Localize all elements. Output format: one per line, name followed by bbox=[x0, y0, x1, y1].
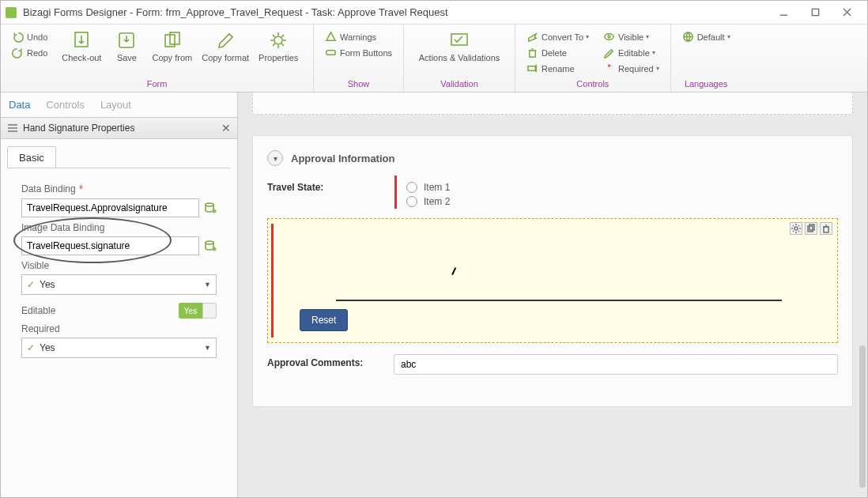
chevron-down-icon: ▼ bbox=[204, 344, 211, 352]
app-icon bbox=[6, 7, 17, 18]
chevron-down-icon: ▾ bbox=[656, 65, 659, 72]
editable-label: Editable bbox=[21, 305, 55, 316]
svg-rect-1 bbox=[812, 9, 818, 15]
maximize-button[interactable] bbox=[799, 2, 831, 24]
check-icon: ✓ bbox=[27, 279, 35, 290]
property-panel-title: Hand Signature Properties bbox=[23, 123, 134, 134]
signature-box[interactable]: Reset bbox=[267, 218, 838, 343]
window-title: Bizagi Forms Designer - Form: frm_Approv… bbox=[23, 6, 768, 18]
database-icon[interactable] bbox=[204, 240, 217, 252]
data-binding-label: Data Binding* bbox=[21, 183, 217, 195]
property-tabs: Data Controls Layout bbox=[1, 92, 237, 118]
data-binding-input[interactable] bbox=[21, 198, 199, 217]
svg-point-16 bbox=[206, 203, 213, 206]
default-lang-button[interactable]: Default▾ bbox=[679, 29, 734, 44]
visible-combo[interactable]: ✓Yes ▼ bbox=[21, 274, 217, 295]
editable-button[interactable]: Editable▾ bbox=[600, 45, 662, 60]
required-label: Required bbox=[21, 323, 217, 334]
visible-button[interactable]: Visible▾ bbox=[600, 29, 662, 44]
undo-button[interactable]: Undo bbox=[9, 29, 51, 44]
titlebar: Bizagi Forms Designer - Form: frm_Approv… bbox=[1, 1, 867, 25]
asterisk-icon: * bbox=[79, 183, 83, 195]
svg-point-19 bbox=[213, 247, 217, 251]
save-button[interactable]: Save bbox=[106, 28, 147, 64]
radio-icon bbox=[406, 182, 417, 193]
svg-point-17 bbox=[213, 209, 217, 213]
radio-icon bbox=[406, 196, 417, 207]
radio-item-1[interactable]: Item 1 bbox=[406, 182, 838, 193]
convert-button[interactable]: Convert To▾ bbox=[523, 29, 592, 44]
comments-input[interactable] bbox=[394, 354, 838, 375]
tab-controls[interactable]: Controls bbox=[38, 92, 92, 117]
svg-point-14 bbox=[608, 36, 610, 38]
check-icon: ✓ bbox=[27, 342, 35, 353]
copyformat-button[interactable]: Copy format bbox=[197, 28, 254, 64]
close-panel-button[interactable]: ✕ bbox=[221, 122, 231, 134]
group-label-languages: Languages bbox=[671, 77, 742, 92]
rename-button[interactable]: Rename bbox=[523, 61, 592, 76]
group-label-validation: Validation bbox=[404, 77, 515, 92]
travel-state-label: Travel State: bbox=[267, 179, 394, 193]
image-binding-label: Image Data Binding bbox=[21, 222, 217, 233]
group-label-show: Show bbox=[314, 77, 403, 92]
signature-stroke bbox=[451, 267, 459, 277]
properties-button[interactable]: Properties bbox=[254, 28, 303, 64]
chevron-down-icon: ▼ bbox=[204, 281, 211, 289]
scrollbar-vertical[interactable] bbox=[859, 345, 866, 488]
list-icon bbox=[7, 123, 18, 133]
tab-data[interactable]: Data bbox=[1, 92, 38, 117]
svg-rect-12 bbox=[528, 66, 535, 71]
delete-button[interactable]: Delete bbox=[523, 45, 592, 60]
chevron-down-icon: ▾ bbox=[646, 33, 649, 40]
chevron-down-icon: ▾ bbox=[727, 33, 730, 40]
chevron-down-icon: ▾ bbox=[586, 33, 589, 40]
image-binding-input[interactable] bbox=[21, 236, 199, 255]
required-combo[interactable]: ✓Yes ▼ bbox=[21, 338, 217, 358]
editable-toggle[interactable]: Yes bbox=[179, 303, 217, 319]
section-title: Approval Information bbox=[291, 153, 394, 164]
form-canvas: ▾ Approval Information Travel State: Ite… bbox=[238, 92, 867, 497]
redo-label: Redo bbox=[27, 48, 47, 58]
subtab-basic[interactable]: Basic bbox=[7, 146, 56, 168]
reset-button[interactable]: Reset bbox=[300, 309, 348, 331]
group-label-controls: Controls bbox=[515, 77, 670, 92]
copyfrom-button[interactable]: Copy from bbox=[147, 28, 197, 64]
form-preview: ▾ Approval Information Travel State: Ite… bbox=[252, 135, 853, 407]
visible-label: Visible bbox=[21, 260, 217, 271]
database-icon[interactable] bbox=[204, 202, 217, 214]
collapse-section-button[interactable]: ▾ bbox=[267, 150, 283, 166]
undo-label: Undo bbox=[27, 32, 47, 42]
chevron-down-icon: ▾ bbox=[652, 49, 655, 56]
group-label-form: Form bbox=[1, 77, 313, 92]
left-panel: Data Controls Layout Hand Signature Prop… bbox=[1, 92, 238, 497]
svg-rect-9 bbox=[326, 51, 335, 55]
redo-button[interactable]: Redo bbox=[9, 45, 51, 60]
formbuttons-button[interactable]: Form Buttons bbox=[322, 45, 395, 60]
svg-point-18 bbox=[206, 241, 213, 244]
checkout-button[interactable]: Check-out bbox=[57, 28, 106, 64]
warnings-button[interactable]: Warnings bbox=[322, 29, 395, 44]
svg-point-8 bbox=[274, 36, 282, 44]
tab-layout[interactable]: Layout bbox=[92, 92, 139, 117]
radio-item-2[interactable]: Item 2 bbox=[406, 196, 838, 207]
required-button[interactable]: *Required▾ bbox=[600, 61, 662, 76]
svg-rect-11 bbox=[530, 51, 536, 57]
signature-line bbox=[336, 300, 782, 301]
ribbon: Undo Redo Check-out Save Copy from Copy … bbox=[1, 25, 867, 92]
asterisk-icon: * bbox=[603, 62, 615, 74]
svg-point-13 bbox=[605, 34, 613, 40]
actions-validations-button[interactable]: Actions & Validations bbox=[412, 28, 507, 64]
property-panel-header: Hand Signature Properties ✕ bbox=[1, 118, 237, 139]
comments-label: Approval Comments: bbox=[267, 354, 394, 368]
close-button[interactable] bbox=[831, 2, 862, 24]
minimize-button[interactable] bbox=[768, 2, 799, 24]
